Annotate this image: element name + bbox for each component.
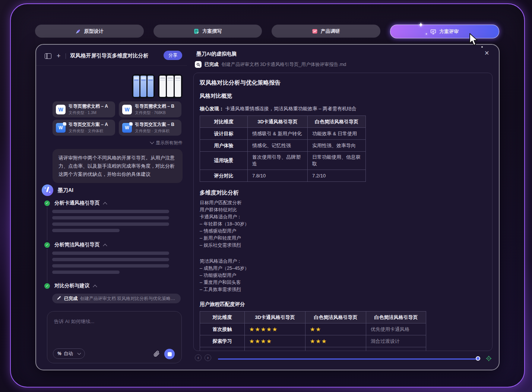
table-cell: 日常使用 [200,347,245,351]
progress-slider[interactable] [218,358,481,360]
auto-mode-icon: % [57,351,61,356]
next-button[interactable]: › [205,354,211,361]
table-cell: 首次接触 [200,323,245,335]
close-icon[interactable]: ✕ [484,50,489,57]
star-rating: ★★★★ [245,335,305,347]
attachment-name: 引导页需求文档 – A [69,103,108,110]
table-header-cell: 白色简洁风格引导页 [305,312,366,323]
progress-thumb[interactable] [476,356,480,361]
thumbnail-minimal-style[interactable] [158,74,183,98]
table-cell: 情感化、记忆性强 [248,140,308,152]
task-connector [47,208,47,240]
task-label: 对比分析与建议 [54,282,90,289]
table-row: 评分对比7.8/107.2/10 [200,170,366,182]
attachment-meta: 文件类型 · 768KB [135,110,174,116]
progress-fill [218,358,478,360]
table-header-cell: 白色简洁风格引导页 [366,312,426,323]
share-button[interactable]: 分享 [164,51,182,60]
status-row: 已完成 创建产品评审文档 3D卡通风格引导页_用户体验评审报告.md [195,61,346,68]
star-rating: ★★★ [305,335,366,347]
table-cell: 实用性强、效率导向 [308,140,366,152]
chart-window-icon [312,28,318,34]
style-comparison-table: 对比维度3D卡通风格引导页白色简洁风格引导页设计目标情感吸引 & 新用户转化功能… [200,116,366,182]
tab-product-research[interactable]: 产品调研 [272,25,380,38]
mode-selector[interactable]: % 自动 [53,348,85,359]
result-badge: 已完成 [64,295,77,302]
attachment-card-interaction-plan-b[interactable]: W引导页交互方案 – B文件类型 · 文件体积 [119,120,181,136]
table-cell: 优先使用简洁风格 [366,347,426,351]
check-icon: ✓ [44,242,50,248]
sparkle-icon: ✦ [425,32,428,36]
status-badge: 已完成 [205,61,219,68]
tab-plan-review[interactable]: 方案评审 [390,25,500,38]
table-cell: 日常功能使用、信息获取 [308,152,366,170]
tab-prototype-design[interactable]: 原型设计 [35,25,144,38]
show-all-attachments[interactable]: 显示所有附件 [36,140,183,146]
sidebar-toggle-icon[interactable] [45,53,51,59]
main-window: + 双风格开屏引导页多维度对比分析 分享 W引导页需求文档 – A文件类型 · … [35,44,500,370]
report-section-journey: 用户旅程匹配度评分 [200,301,486,308]
chat-header: + 双风格开屏引导页多维度对比分析 [45,51,149,61]
analysis-line: – 成熟用户（25–45岁） [200,265,486,272]
skeleton-bar [52,216,169,219]
skeleton-bar [52,252,169,255]
thumbnail-cartoon-style[interactable] [132,74,155,98]
table-row: 用户体验情感化、记忆性强实用性强、效率导向 [200,140,366,152]
mouse-cursor [469,33,479,48]
attach-file-icon[interactable] [153,350,160,357]
task-skeleton [52,210,175,232]
prev-button[interactable]: ‹ [195,354,202,361]
user-message: 请评审附件中两个不同风格的开屏引导页。从用户注意力、点击率、以及新手流程的完成率… [53,149,183,183]
follow-target-icon[interactable] [486,355,492,361]
skeleton-bar [52,271,120,274]
tab-label: 原型设计 [84,28,104,35]
task-compare-suggest[interactable]: ✓对比分析与建议 [44,282,175,289]
table-cell: 7.8/10 [248,170,308,182]
chevron-down-icon [150,140,154,144]
attachment-text: 引导页交互方案 – A文件类型 · 文件体积 [69,121,108,134]
skeleton-bar [52,210,169,213]
attachment-card-req-doc-b[interactable]: W引导页需求文档 – B文件类型 · 768KB [119,101,181,117]
analysis-line: 卡通风格适合用户： [200,214,486,221]
table-cell: 混合过渡设计 [366,335,426,347]
attachment-card-req-doc-a[interactable]: W引导页需求文档 – A文件类型 · 1.3M [53,101,115,117]
chat-input[interactable] [53,317,174,345]
report-document: 双风格对比分析与优化策略报告 风格对比概览 核心发现： 卡通风格重情感连接，简洁… [193,73,493,351]
table-cell: 首次使用引导、品牌塑造 [248,152,308,170]
chat-input-box: % 自动 [47,311,182,363]
assistant-avatar [42,184,53,196]
result-filename: 创建产品评审文档 双风格对比分析与优化策略报告.md [80,295,176,302]
analysis-block-2: 简洁风格适合用户：– 成熟用户（25–45岁）– 功能驱动型用户– 重度用户和回… [200,258,486,293]
attachment-meta: 文件类型 · 1.3M [69,110,108,116]
tab-plan-writing[interactable]: 方案撰写 [153,25,262,38]
task-skeleton [52,252,175,274]
table-cell: 功能效率 & 日常使用 [308,128,366,140]
table-cell: 探索学习 [200,335,245,347]
word-page-icon: W [56,123,66,133]
virtual-computer-title: 墨刀AI的虚拟电脑 [196,51,237,57]
skeleton-bar [52,258,169,261]
star-rating: ★★★★★ [305,347,366,351]
table-cell: 用户体验 [200,140,248,152]
new-chat-icon[interactable]: + [57,53,61,59]
attachment-meta: 文件类型 · 文件体积 [135,129,174,134]
report-title: 双风格对比分析与优化策略报告 [200,79,486,87]
chevron-down-icon [77,351,81,355]
table-header-cell: 3D卡通风格引导页 [248,116,308,128]
analysis-line: 目标用户匹配度分析 [200,199,486,206]
tab-label: 方案评审 [439,28,459,35]
table-cell: 7.2/10 [308,170,366,182]
task-analyze-cartoon[interactable]: ✓分析卡通风格引导页 [44,200,175,206]
doc-edit-icon [193,28,199,34]
table-cell: 适用场景 [200,152,248,170]
attachment-card-interaction-plan-a[interactable]: W引导页交互方案 – A文件类型 · 文件体积 [53,120,115,136]
analysis-line: – 年轻群体（18–30岁） [200,221,486,228]
spacer [200,249,486,258]
task-result-file[interactable]: 已完成创建产品评审文档 双风格对比分析与优化策略报告.md [52,294,181,303]
table-row: 设计目标情感吸引 & 新用户转化功能效率 & 日常使用 [200,128,366,140]
stop-button[interactable] [164,349,175,359]
key-finding: 核心发现： 卡通风格重情感连接，简洁风格重功能效率 – 两者需有机结合 [200,105,486,112]
task-analyze-minimal[interactable]: ✓分析简洁风格引导页 [44,241,175,248]
table-cell: 评分对比 [200,170,248,182]
analysis-line: – 情感驱动型用户 [200,228,486,235]
